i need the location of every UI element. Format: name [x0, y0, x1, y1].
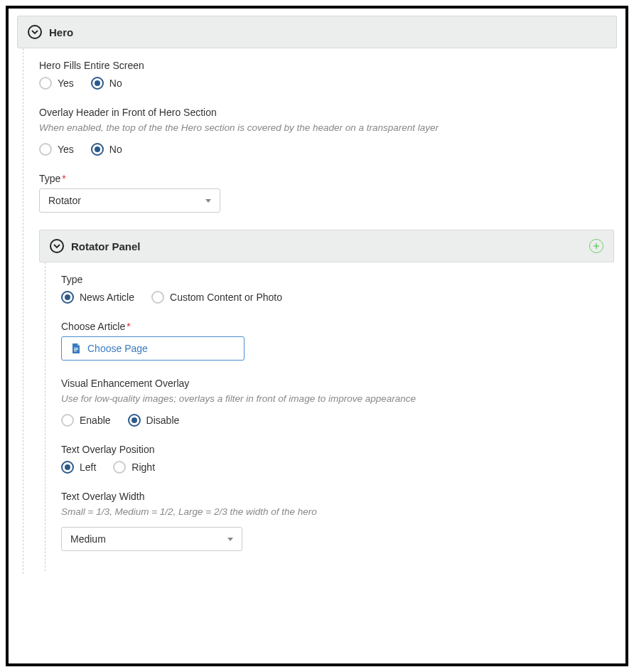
width-desc: Small = 1/3, Medium = 1/2, Large = 2/3 t… — [61, 506, 611, 517]
radio-label: Enable — [80, 415, 111, 426]
radio-icon — [91, 77, 104, 90]
enhancement-desc: Use for low-quality images; overlays a f… — [61, 393, 611, 404]
hero-fills-field: Hero Fills Entire Screen Yes No — [39, 60, 614, 90]
overlay-yes-option[interactable]: Yes — [39, 143, 74, 156]
radio-icon — [61, 461, 74, 474]
caret-down-icon — [227, 538, 233, 541]
hero-type-field: Type* Rotator — [39, 173, 614, 213]
rotator-type-label: Type — [61, 274, 611, 285]
hero-type-select[interactable]: Rotator — [39, 188, 220, 213]
enhancement-label: Visual Enhancement Overlay — [61, 378, 611, 389]
enhancement-disable-option[interactable]: Disable — [128, 414, 180, 427]
hero-panel-title: Hero — [49, 26, 73, 38]
radio-label: Yes — [58, 78, 74, 89]
rotator-type-custom-option[interactable]: Custom Content or Photo — [151, 291, 282, 304]
radio-icon — [39, 143, 52, 156]
radio-icon — [91, 143, 104, 156]
enhancement-enable-option[interactable]: Enable — [61, 414, 111, 427]
overlay-header-field: Overlay Header in Front of Hero Section … — [39, 107, 614, 156]
rotator-type-radio-group: News Article Custom Content or Photo — [61, 291, 611, 304]
hero-panel-body: Hero Fills Entire Screen Yes No Overlay … — [23, 48, 617, 574]
radio-icon — [128, 414, 141, 427]
hero-type-value: Rotator — [48, 195, 81, 206]
rotator-panel-header[interactable]: Rotator Panel — [39, 230, 614, 262]
position-radio-group: Left Right — [61, 461, 611, 474]
radio-label: Right — [131, 462, 155, 473]
radio-label: No — [109, 144, 122, 155]
overlay-header-radio-group: Yes No — [39, 143, 614, 156]
add-panel-button[interactable] — [589, 239, 603, 253]
width-select[interactable]: Medium — [61, 527, 242, 551]
enhancement-field: Visual Enhancement Overlay Use for low-q… — [61, 378, 611, 427]
radio-icon — [151, 291, 164, 304]
enhancement-radio-group: Enable Disable — [61, 414, 611, 427]
radio-label: Custom Content or Photo — [170, 292, 282, 303]
position-field: Text Overlay Position Left Right — [61, 444, 611, 474]
radio-label: News Article — [80, 292, 134, 303]
overlay-header-desc: When enabled, the top of the the Hero se… — [39, 122, 614, 133]
overlay-header-label: Overlay Header in Front of Hero Section — [39, 107, 614, 118]
required-star: * — [62, 173, 65, 184]
choose-article-label: Choose Article* — [61, 321, 611, 332]
caret-down-icon — [205, 199, 211, 203]
hero-fills-yes-option[interactable]: Yes — [39, 77, 74, 90]
required-star: * — [127, 321, 130, 332]
radio-icon — [61, 291, 74, 304]
chevron-down-icon — [28, 25, 42, 39]
choose-article-field: Choose Article* Choose Page — [61, 321, 611, 361]
radio-label: Left — [80, 462, 96, 473]
position-left-option[interactable]: Left — [61, 461, 96, 474]
radio-icon — [113, 461, 126, 474]
hero-fills-no-option[interactable]: No — [91, 77, 122, 90]
hero-fills-label: Hero Fills Entire Screen — [39, 60, 614, 71]
hero-type-label: Type* — [39, 173, 614, 184]
rotator-type-field: Type News Article Custom Content or Phot… — [61, 274, 611, 304]
radio-icon — [61, 414, 74, 427]
rotator-panel-body: Type News Article Custom Content or Phot… — [45, 262, 614, 571]
hero-fills-radio-group: Yes No — [39, 77, 614, 90]
choose-page-label: Choose Page — [87, 343, 148, 354]
width-value: Medium — [70, 533, 106, 545]
radio-label: Disable — [146, 415, 180, 426]
radio-icon — [39, 77, 52, 90]
radio-label: Yes — [58, 144, 74, 155]
choose-article-label-text: Choose Article — [61, 321, 125, 332]
overlay-no-option[interactable]: No — [91, 143, 122, 156]
hero-panel-header[interactable]: Hero — [17, 16, 617, 48]
radio-label: No — [109, 78, 122, 89]
hero-type-label-text: Type — [39, 173, 60, 184]
rotator-panel-title: Rotator Panel — [71, 240, 141, 252]
position-label: Text Overlay Position — [61, 444, 611, 455]
rotator-type-news-option[interactable]: News Article — [61, 291, 134, 304]
page-icon — [70, 343, 82, 354]
width-label: Text Overlay Width — [61, 491, 611, 502]
choose-page-button[interactable]: Choose Page — [61, 336, 245, 361]
chevron-down-icon — [50, 239, 64, 253]
position-right-option[interactable]: Right — [113, 461, 155, 474]
width-field: Text Overlay Width Small = 1/3, Medium =… — [61, 491, 611, 551]
